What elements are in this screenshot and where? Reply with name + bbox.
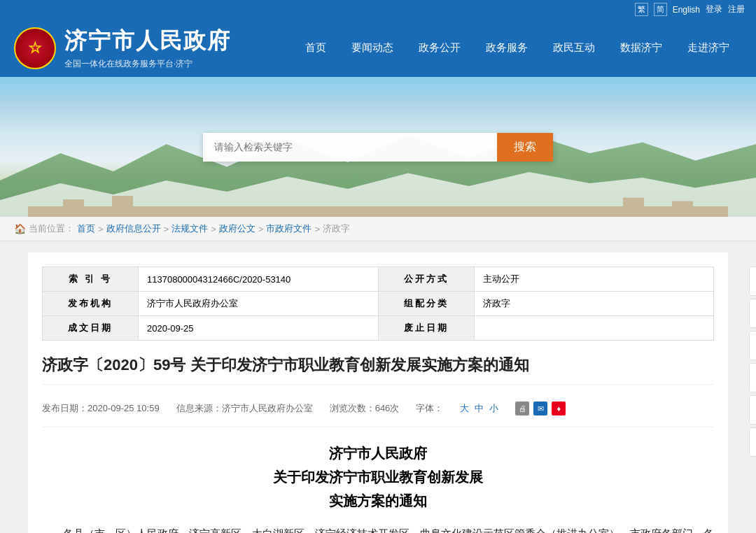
top-bar: 繁 简 English 登录 注册 <box>0 0 756 19</box>
breadcrumb-regulations[interactable]: 法规文件 <box>172 222 208 235</box>
site-subtitle: 全国一体化在线政务服务平台·济宁 <box>64 58 231 70</box>
breadcrumb-gov-info[interactable]: 政府信息公开 <box>106 222 161 235</box>
label-open-type: 公开方式 <box>378 267 474 292</box>
value-index-no: 11370800004312466C/2020-53140 <box>139 267 379 292</box>
value-category: 济政字 <box>474 292 714 316</box>
nav-data[interactable]: 数据济宁 <box>608 34 675 62</box>
view-count: 浏览次数：646次 <box>330 402 400 415</box>
breadcrumb-sep-5: > <box>314 224 320 234</box>
font-size-ctrl: 大 中 小 <box>460 402 498 415</box>
breadcrumb-sep-3: > <box>211 224 216 234</box>
article-title: 济政字〔2020〕59号 关于印发济宁市职业教育创新发展实施方案的通知 <box>42 355 714 385</box>
breadcrumb-sep-4: > <box>258 224 264 234</box>
nav-home[interactable]: 首页 <box>293 34 339 62</box>
info-row-2: 发布机构 济宁市人民政府办公室 组配分类 济政字 <box>43 292 714 316</box>
chatbot-btn[interactable]: 🤖 <box>749 266 756 296</box>
share-icon-1[interactable]: ✉ <box>533 401 547 415</box>
breadcrumb-sep-2: > <box>164 224 169 234</box>
doc-para1: 各县（市、区）人民政府，济宁高新区、太白湖新区、济宁经济技术开发区、曲阜文化建设… <box>42 524 714 533</box>
value-expiry <box>474 316 714 341</box>
label-expiry: 废止日期 <box>378 316 474 341</box>
value-publisher: 济宁市人民政府办公室 <box>139 292 379 316</box>
register-btn[interactable]: 注册 <box>728 3 745 15</box>
font-medium-btn[interactable]: 中 <box>475 402 484 415</box>
label-category: 组配分类 <box>378 292 474 316</box>
nav-about[interactable]: 走进济宁 <box>675 34 742 62</box>
breadcrumb-prefix: 当前位置： <box>29 222 74 235</box>
nav-gov-open[interactable]: 政务公开 <box>406 34 473 62</box>
label-index-no: 索 引 号 <box>43 267 139 292</box>
font-large-btn[interactable]: 大 <box>460 402 469 415</box>
breadcrumb-home[interactable]: 首页 <box>77 222 95 235</box>
english-btn[interactable]: English <box>673 5 700 15</box>
page-wrapper: 索 引 号 11370800004312466C/2020-53140 公开方式… <box>14 253 742 533</box>
info-source: 信息来源：济宁市人民政府办公室 <box>176 402 313 415</box>
login-btn[interactable]: 登录 <box>706 3 722 15</box>
breadcrumb-current: 济政字 <box>323 222 350 235</box>
nav-news[interactable]: 要闻动态 <box>339 34 406 62</box>
doc-org: 济宁市人民政府 <box>42 441 714 465</box>
search-box: 搜索 <box>203 133 553 162</box>
nav-interaction[interactable]: 政民互动 <box>540 34 608 62</box>
right-sidebar: 🤖 👁 ♿ 📱 微 微信 <box>749 266 756 457</box>
accessibility-btn[interactable]: ♿ <box>749 331 756 360</box>
traditional-chinese-btn[interactable]: 繁 <box>635 3 648 16</box>
wechat-btn[interactable]: 微信 <box>749 427 756 457</box>
logo-area: ☆ 济宁市人民政府 全国一体化在线政务服务平台·济宁 <box>14 26 293 70</box>
share-icons: 🖨 ✉ ♦ <box>515 401 566 415</box>
info-row-3: 成文日期 2020-09-25 废止日期 <box>43 316 714 341</box>
mobile-btn[interactable]: 📱 <box>749 363 756 392</box>
label-publisher: 发布机构 <box>43 292 139 316</box>
publish-date: 发布日期：2020-09-25 10:59 <box>42 402 160 415</box>
doc-title-block: 济宁市人民政府 关于印发济宁市职业教育创新发展 实施方案的通知 <box>42 441 714 513</box>
header: ☆ 济宁市人民政府 全国一体化在线政务服务平台·济宁 首页 要闻动态 政务公开 … <box>0 19 756 77</box>
font-small-btn[interactable]: 小 <box>489 402 498 415</box>
breadcrumb-city-file[interactable]: 市政府文件 <box>266 222 312 235</box>
breadcrumb-gov-doc[interactable]: 政府公文 <box>219 222 255 235</box>
article-meta: 发布日期：2020-09-25 10:59 信息来源：济宁市人民政府办公室 浏览… <box>42 396 714 427</box>
doc-subtitle-line1: 关于印发济宁市职业教育创新发展 <box>42 465 714 489</box>
label-date: 成文日期 <box>43 316 139 341</box>
logo-text-area: 济宁市人民政府 全国一体化在线政务服务平台·济宁 <box>64 26 231 70</box>
banner: 搜索 <box>0 77 756 217</box>
breadcrumb-sep-1: > <box>98 224 104 234</box>
main-content: 索 引 号 11370800004312466C/2020-53140 公开方式… <box>28 253 728 533</box>
breadcrumb: 🏠 当前位置： 首页 > 政府信息公开 > 法规文件 > 政府公文 > 市政府文… <box>0 217 756 241</box>
info-row-1: 索 引 号 11370800004312466C/2020-53140 公开方式… <box>43 267 714 292</box>
document-info-table: 索 引 号 11370800004312466C/2020-53140 公开方式… <box>42 266 714 341</box>
eye-btn[interactable]: 👁 <box>749 299 756 328</box>
font-size-label: 字体： <box>416 402 443 415</box>
government-emblem: ☆ <box>14 27 56 69</box>
weibo-btn[interactable]: 微 <box>749 395 756 425</box>
main-nav: 首页 要闻动态 政务公开 政务服务 政民互动 数据济宁 走进济宁 <box>293 34 742 62</box>
doc-body: 各县（市、区）人民政府，济宁高新区、太白湖新区、济宁经济技术开发区、曲阜文化建设… <box>42 524 714 533</box>
nav-gov-service[interactable]: 政务服务 <box>473 34 540 62</box>
doc-subtitle-line2: 实施方案的通知 <box>42 489 714 513</box>
search-button[interactable]: 搜索 <box>497 133 553 162</box>
home-icon: 🏠 <box>14 223 26 234</box>
value-date: 2020-09-25 <box>139 316 379 341</box>
simplified-chinese-btn[interactable]: 简 <box>654 3 667 16</box>
print-icon[interactable]: 🖨 <box>515 401 529 415</box>
site-name: 济宁市人民政府 <box>64 26 231 57</box>
share-icon-2[interactable]: ♦ <box>552 401 566 415</box>
search-input[interactable] <box>203 133 497 162</box>
value-open-type: 主动公开 <box>474 267 714 292</box>
